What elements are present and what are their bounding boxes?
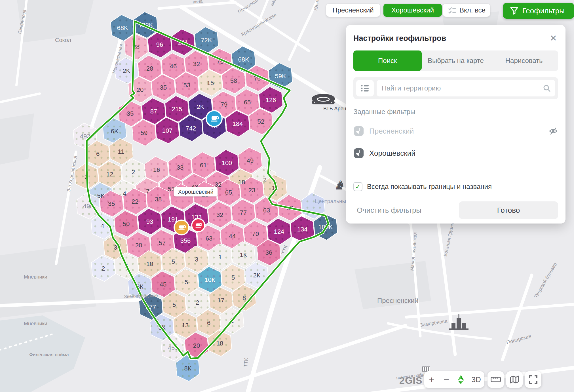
- filter-item-presnensky[interactable]: Пресненский: [353, 124, 558, 138]
- hex-value-label: 2: [196, 299, 199, 306]
- zoom-in-button[interactable]: +: [428, 375, 436, 384]
- filter-name: Хорошёвский: [369, 149, 558, 158]
- hex-value-label: 32: [216, 211, 223, 218]
- map-district-chip: Хорошёвский: [174, 187, 218, 197]
- map-layers-button[interactable]: [506, 371, 523, 388]
- eye-off-icon[interactable]: [548, 127, 558, 135]
- hex-value-label: 2K: [197, 103, 204, 110]
- checkbox[interactable]: ✓: [353, 182, 362, 191]
- hex-value-label: 70: [252, 230, 259, 237]
- district-chip-khoroshevsky[interactable]: Хорошёвский: [383, 4, 442, 17]
- hex-value-label: 38: [155, 196, 162, 203]
- map-label: Мнёвники: [24, 274, 47, 280]
- tab-pick-on-map[interactable]: Выбрать на карте: [422, 50, 490, 71]
- hex-value-label: 5: [231, 274, 235, 281]
- hex-value-label: 11: [118, 148, 124, 155]
- map-label: Филёвская пойма: [29, 352, 69, 357]
- hex-value-label: 52: [258, 118, 264, 125]
- road: [0, 94, 40, 102]
- city-block: [0, 113, 34, 165]
- geofilters-label: Геофильтры: [522, 7, 565, 15]
- hex-value-label: 44: [229, 233, 236, 240]
- 2gis-logo: 2GIS: [399, 375, 422, 386]
- checklist-icon: [448, 6, 457, 14]
- hex-value-label: 8К: [184, 365, 191, 372]
- zoom-out-button[interactable]: −: [442, 375, 450, 384]
- map-label: Тверской бульвар: [533, 262, 558, 299]
- toggle-all-chip[interactable]: Вкл. все: [443, 4, 490, 17]
- compass-icon[interactable]: [457, 375, 465, 384]
- search-icon: [543, 84, 551, 92]
- show-borders-checkbox-row[interactable]: ✓ Всегда показывать границы и названия: [353, 182, 558, 191]
- hex-value-label: 93: [146, 218, 153, 225]
- hex-value-label: 2: [263, 176, 267, 184]
- hex-value-label: 184: [233, 120, 243, 127]
- close-icon[interactable]: ✕: [549, 33, 558, 44]
- hex-value-label: 65: [225, 189, 232, 196]
- cafe-marker-red[interactable]: [191, 218, 205, 232]
- map-label: Мнёвники: [24, 321, 47, 326]
- hex-value-label: 35: [108, 200, 115, 207]
- filter-item-khoroshevsky[interactable]: Хорошёвский: [353, 146, 558, 160]
- hex-value-label: 2K: [123, 67, 130, 74]
- geofilters-panel: Настройки геофильтров ✕ Поиск Выбрать на…: [346, 25, 565, 224]
- hex-value-label: 13: [182, 322, 189, 329]
- hex-value-label: 72K: [201, 37, 212, 44]
- hex-value-label: 1К: [240, 251, 247, 258]
- cafe-marker-orange[interactable]: [174, 220, 189, 235]
- tab-search[interactable]: Поиск: [353, 50, 422, 71]
- stadium-icon[interactable]: [312, 94, 335, 104]
- hex-value-label: 2: [132, 168, 135, 176]
- hex-value-label: 6: [207, 319, 210, 326]
- hex-value-label: 45: [160, 281, 166, 288]
- saved-list-button[interactable]: [356, 80, 374, 96]
- toggle-all-label: Вкл. все: [459, 6, 486, 14]
- fullscreen-button[interactable]: [525, 371, 541, 388]
- list-icon: [361, 85, 369, 92]
- hex-value-label: 18: [238, 179, 245, 186]
- road: [388, 323, 491, 339]
- hex-value-label: 6: [96, 150, 100, 157]
- hex-value-label: 46: [170, 63, 177, 70]
- hex-value-label: 15: [207, 79, 214, 87]
- ruler-button[interactable]: [488, 371, 504, 388]
- map-label: Центральный: [315, 198, 349, 204]
- clear-filters-link[interactable]: Очистить фильтры: [357, 206, 421, 215]
- hex-value-label: 57: [159, 239, 166, 246]
- hex-value-label: 1: [218, 254, 222, 261]
- cafe-marker-blue[interactable]: [206, 110, 223, 127]
- filters-section-title: Заданные фильтры: [353, 108, 558, 116]
- city-block: [17, 0, 94, 43]
- done-button[interactable]: Готово: [459, 201, 558, 219]
- government-building-icon[interactable]: [422, 366, 430, 372]
- hex-value-label: 61: [200, 162, 207, 169]
- fullscreen-icon: [529, 375, 537, 384]
- hex-value-label: 96: [156, 41, 163, 48]
- hex-value-label: 79: [221, 101, 227, 108]
- geofilters-button[interactable]: Геофильтры: [503, 3, 574, 19]
- hex-value-label: 63: [263, 207, 270, 214]
- 3d-button[interactable]: 3D: [472, 375, 481, 384]
- panel-title: Настройки геофильтров: [353, 34, 446, 43]
- tab-draw[interactable]: Нарисовать: [490, 50, 558, 71]
- territory-icon: [353, 148, 364, 159]
- district-chip-presnensky[interactable]: Пресненский: [326, 4, 380, 17]
- hex-value-label: 20: [137, 86, 144, 93]
- hex-value-label: 124: [274, 228, 284, 235]
- map-label: ТТК: [243, 358, 249, 367]
- hex-value-label: 5: [172, 258, 175, 265]
- hippodrome-horse-icon[interactable]: ♞: [334, 178, 345, 192]
- hex-value-label: 5: [185, 279, 188, 286]
- hex-value-label: 53: [183, 82, 190, 89]
- territory-search-input[interactable]: [381, 84, 540, 92]
- hex-value-label: 35: [160, 84, 167, 91]
- funnel-icon: [510, 7, 518, 15]
- hex-value-label: 58: [230, 77, 237, 84]
- hex-value-label: 10: [146, 260, 153, 267]
- hex-value-label: 32: [193, 60, 200, 68]
- hex-value-label: 2: [102, 265, 105, 272]
- map-label: Сокол: [55, 37, 71, 43]
- hex-value-label: 20: [135, 242, 142, 249]
- hex-value-label: 49: [247, 157, 254, 164]
- map-label: Красноармейская: [240, 12, 277, 37]
